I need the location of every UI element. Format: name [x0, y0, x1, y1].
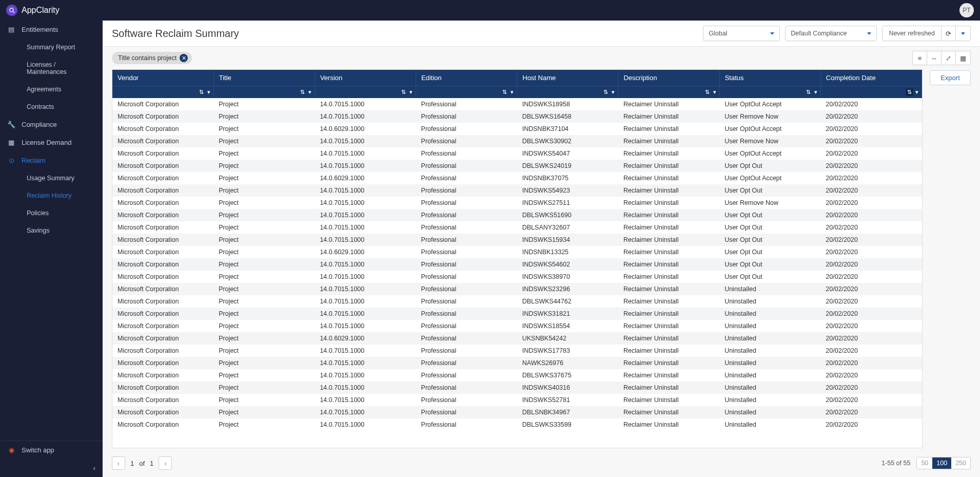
filter-icon[interactable]: ▾: [511, 89, 514, 96]
table-cell: Project: [213, 295, 315, 308]
table-cell: Project: [213, 172, 315, 184]
table-row[interactable]: Microsoft CorporationProject14.0.7015.10…: [112, 295, 922, 308]
table-row[interactable]: Microsoft CorporationProject14.0.7015.10…: [112, 209, 922, 221]
table-row[interactable]: Microsoft CorporationProject14.0.6029.10…: [112, 332, 922, 345]
nav-reclaim[interactable]: ⊙ Reclaim: [0, 151, 103, 169]
table-cell: User Remove Now: [719, 135, 820, 147]
pager-next-button[interactable]: ›: [159, 456, 172, 470]
column-header[interactable]: Version⇅▾: [315, 70, 416, 98]
table-row[interactable]: Microsoft CorporationProject14.0.7015.10…: [112, 197, 922, 209]
view-list-button[interactable]: ≡: [913, 51, 927, 65]
table-cell: INDSNBK13325: [517, 246, 618, 258]
scope-dropdown[interactable]: Global: [703, 26, 780, 41]
compliance-dropdown[interactable]: Default Compliance: [785, 26, 877, 41]
table-row[interactable]: Microsoft CorporationProject14.0.7015.10…: [112, 308, 922, 320]
nav-policies[interactable]: Policies: [0, 204, 103, 222]
page-size-option[interactable]: 250: [951, 457, 970, 469]
nav-usage-summary[interactable]: Usage Summary: [0, 169, 103, 187]
table-row[interactable]: Microsoft CorporationProject14.0.7015.10…: [112, 258, 922, 271]
sort-icon[interactable]: ⇅: [703, 88, 711, 96]
table-row[interactable]: Microsoft CorporationProject14.0.7015.10…: [112, 234, 922, 246]
filter-icon[interactable]: ▾: [308, 89, 311, 96]
table-row[interactable]: Microsoft CorporationProject14.0.7015.10…: [112, 160, 922, 172]
filter-chip-label: Title contains project: [118, 54, 177, 62]
nav-reclaim-history[interactable]: Reclaim History: [0, 187, 103, 204]
table-row[interactable]: Microsoft CorporationProject14.0.7015.10…: [112, 135, 922, 147]
table-cell: Professional: [416, 406, 517, 418]
table-row[interactable]: Microsoft CorporationProject14.0.7015.10…: [112, 394, 922, 406]
table-row[interactable]: Microsoft CorporationProject14.0.6029.10…: [112, 123, 922, 135]
nav-switch-app[interactable]: ◉ Switch app: [0, 441, 103, 459]
table-row[interactable]: Microsoft CorporationProject14.0.7015.10…: [112, 110, 922, 123]
column-header[interactable]: Status⇅▾: [719, 70, 820, 98]
view-compact-button[interactable]: ↔: [927, 51, 942, 65]
filter-icon[interactable]: ▾: [713, 89, 716, 96]
nav-compliance[interactable]: 🔧 Compliance: [0, 116, 103, 133]
nav-contracts[interactable]: Contracts: [0, 98, 103, 116]
table-row[interactable]: Microsoft CorporationProject14.0.7015.10…: [112, 147, 922, 160]
table-row[interactable]: Microsoft CorporationProject14.0.7015.10…: [112, 271, 922, 283]
table-cell: 20/02/2020: [820, 406, 922, 418]
nav-summary-report[interactable]: Summary Report: [0, 39, 103, 56]
table-cell: Microsoft Corporation: [112, 246, 213, 258]
filter-icon[interactable]: ▾: [207, 89, 210, 96]
table-cell: Professional: [416, 258, 517, 271]
sort-icon[interactable]: ⇅: [400, 88, 407, 96]
table-row[interactable]: Microsoft CorporationProject14.0.7015.10…: [112, 98, 922, 110]
table-cell: Reclaimer Uninstall: [618, 221, 719, 234]
filter-icon[interactable]: ▾: [612, 89, 615, 96]
export-button[interactable]: Export: [930, 70, 971, 85]
refresh-options-button[interactable]: [956, 26, 970, 41]
page-size-option[interactable]: 100: [932, 457, 951, 469]
table-row[interactable]: Microsoft CorporationProject14.0.7015.10…: [112, 345, 922, 357]
nav-licenses-maint[interactable]: Licenses / Maintenances: [0, 56, 103, 81]
column-header[interactable]: Edition⇅▾: [416, 70, 517, 98]
pager-prev-button[interactable]: ‹: [112, 456, 125, 470]
table-row[interactable]: Microsoft CorporationProject14.0.7015.10…: [112, 184, 922, 197]
data-table-container[interactable]: Vendor⇅▾Title⇅▾Version⇅▾Edition⇅▾Host Na…: [112, 69, 923, 448]
view-expand-button[interactable]: ⤢: [942, 51, 956, 65]
refresh-button[interactable]: ⟳: [942, 26, 956, 41]
table-row[interactable]: Microsoft CorporationProject14.0.7015.10…: [112, 283, 922, 295]
table-row[interactable]: Microsoft CorporationProject14.0.6029.10…: [112, 246, 922, 258]
nav-entitlements[interactable]: ▤ Entitlements: [0, 21, 103, 39]
table-cell: Professional: [416, 308, 517, 320]
column-header[interactable]: Title⇅▾: [213, 70, 315, 98]
table-cell: Microsoft Corporation: [112, 98, 213, 110]
column-header[interactable]: Description⇅▾: [618, 70, 719, 98]
table-row[interactable]: Microsoft CorporationProject14.0.7015.10…: [112, 320, 922, 332]
table-cell: Reclaimer Uninstall: [618, 271, 719, 283]
sort-icon[interactable]: ⇅: [805, 88, 812, 96]
sort-icon[interactable]: ⇅: [602, 88, 610, 96]
nav-savings[interactable]: Savings: [0, 222, 103, 239]
table-row[interactable]: Microsoft CorporationProject14.0.7015.10…: [112, 418, 922, 431]
table-row[interactable]: Microsoft CorporationProject14.0.7015.10…: [112, 357, 922, 369]
filter-icon[interactable]: ▾: [814, 89, 817, 96]
column-header[interactable]: Host Name⇅▾: [517, 70, 618, 98]
column-header[interactable]: Vendor⇅▾: [112, 70, 213, 98]
sidebar-collapse-button[interactable]: ‹: [0, 459, 103, 477]
filter-icon[interactable]: ▾: [915, 89, 918, 96]
page-size-option[interactable]: 50: [917, 457, 932, 469]
table-row[interactable]: Microsoft CorporationProject14.0.7015.10…: [112, 369, 922, 381]
table-row[interactable]: Microsoft CorporationProject14.0.7015.10…: [112, 221, 922, 234]
table-cell: Professional: [416, 332, 517, 345]
sort-icon[interactable]: ⇅: [299, 88, 306, 96]
view-grid-button[interactable]: ▦: [956, 51, 970, 65]
table-row[interactable]: Microsoft CorporationProject14.0.7015.10…: [112, 381, 922, 394]
table-row[interactable]: Microsoft CorporationProject14.0.7015.10…: [112, 406, 922, 418]
nav-license-demand[interactable]: ▦ License Demand: [0, 133, 103, 151]
table-cell: User Remove Now: [719, 197, 820, 209]
table-cell: 14.0.7015.1000: [315, 369, 416, 381]
table-cell: INDSWKS27511: [517, 197, 618, 209]
table-row[interactable]: Microsoft CorporationProject14.0.6029.10…: [112, 172, 922, 184]
sort-icon[interactable]: ⇅: [906, 88, 913, 96]
table-cell: Microsoft Corporation: [112, 184, 213, 197]
user-avatar[interactable]: PT: [959, 3, 974, 17]
sort-icon[interactable]: ⇅: [501, 88, 508, 96]
sort-icon[interactable]: ⇅: [198, 88, 205, 96]
column-header[interactable]: Completion Date⇅▾: [820, 70, 922, 98]
filter-chip-remove[interactable]: ✕: [180, 54, 188, 62]
nav-agreements[interactable]: Agreements: [0, 81, 103, 98]
filter-icon[interactable]: ▾: [409, 89, 413, 96]
